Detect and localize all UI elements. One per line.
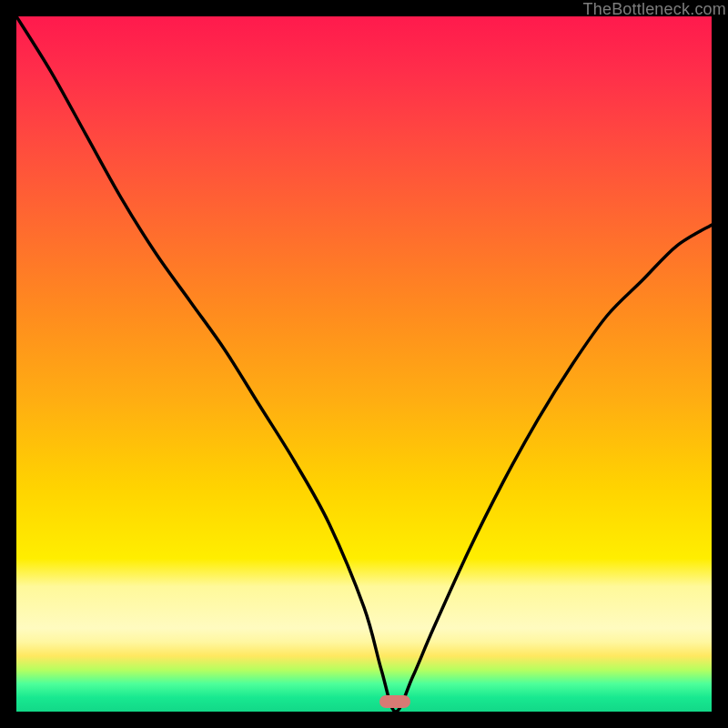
plot-area <box>16 16 712 712</box>
watermark-text: TheBottleneck.com <box>583 0 726 19</box>
curve-path <box>16 16 712 712</box>
minimum-marker <box>379 695 410 708</box>
bottleneck-curve <box>16 16 712 712</box>
chart-frame: TheBottleneck.com <box>0 0 728 728</box>
